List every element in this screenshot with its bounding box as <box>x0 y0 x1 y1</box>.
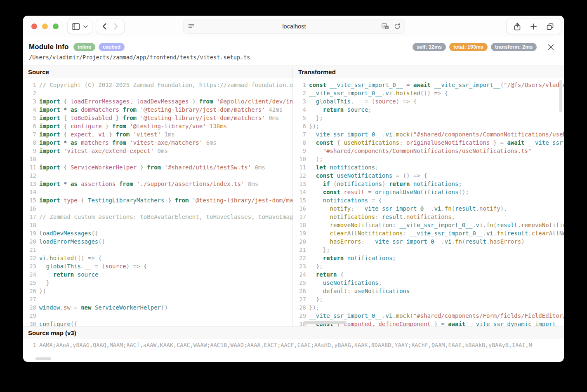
status-badge: total: 193ms <box>449 43 488 51</box>
code-line: 16 notify: __vite_ssr_import_0__.vi.fn(r… <box>293 204 564 213</box>
line-number: 21 <box>293 246 306 254</box>
code-line: 9 "#shared/components/CommonNotification… <box>293 147 564 155</box>
line-number: 16 <box>23 204 36 213</box>
line-number: 8 <box>293 138 306 147</box>
code-line: 24 return source <box>23 270 292 279</box>
line-number: 2 <box>293 89 306 97</box>
code-line: 30configure({ <box>23 320 292 326</box>
code-line: 27 }; <box>293 295 564 303</box>
close-panel-button[interactable] <box>547 43 555 51</box>
line-number: 10 <box>293 155 306 163</box>
line-number: 28 <box>23 303 36 312</box>
line-number: 25 <box>23 279 36 287</box>
line-number: 3 <box>23 97 36 106</box>
minimize-window-button[interactable] <box>42 23 48 29</box>
code-line: 7import { expect, vi } from 'vitest' 1ms <box>23 130 292 138</box>
line-number: 13 <box>293 180 306 188</box>
line-number: 26 <box>293 287 306 295</box>
code-line: 5import { toBeDisabled } from '@testing-… <box>23 114 292 122</box>
source-panel-title: Source <box>23 66 293 78</box>
code-line: 19 clearAllNotifications: __vite_ssr_imp… <box>293 229 564 237</box>
back-button[interactable] <box>99 21 110 32</box>
code-line: 28window.sw = new ServiceWorkerHelper() <box>23 303 292 312</box>
code-line: 12 const useNotifications = () => { <box>293 171 564 180</box>
code-line: 22vi.hoisted(() => { <box>23 254 292 262</box>
code-line: 18 <box>23 221 292 229</box>
code-line: 2__vite_ssr_import_0__.vi.hoisted(() => … <box>293 89 564 97</box>
line-number: 4 <box>23 106 36 114</box>
code-line: 4import * as domMatchers from '@testing-… <box>23 106 292 114</box>
traffic-lights <box>31 23 59 29</box>
line-number: 17 <box>23 213 36 221</box>
chevron-down-icon[interactable] <box>83 25 88 28</box>
line-number: 17 <box>293 213 306 221</box>
code-line: 24 return { <box>293 270 564 279</box>
code-line: 4 return source; <box>293 106 564 114</box>
code-line: 26}) <box>23 287 292 295</box>
line-number: 29 <box>293 312 306 320</box>
code-line: 3 globalThis.__ = (source) => { <box>293 97 564 106</box>
sourcemap-line: 1AAMA;AAeA,yBAAG,QAAQ,MAAM;AACf,aAAW,KAA… <box>23 339 564 351</box>
line-number: 23 <box>23 262 36 270</box>
code-area: 1// Copyright (C) 2012-2025 Zammad Found… <box>23 78 564 326</box>
line-number: 7 <box>23 130 36 138</box>
code-line: 29 <box>23 312 292 320</box>
code-line: 13 if (notifications) return notificatio… <box>293 180 564 188</box>
code-line: 5 }; <box>293 114 564 122</box>
code-line: 26 default: useNotifications <box>293 287 564 295</box>
code-line: 11import { ServiceWorkerHelper } from '#… <box>23 163 292 171</box>
code-line: 15 notifications = { <box>293 196 564 204</box>
line-number: 18 <box>23 221 36 229</box>
address-bar[interactable]: localhost A a <box>183 19 405 34</box>
new-tab-icon[interactable] <box>530 23 537 30</box>
line-number: 11 <box>23 163 36 171</box>
horizontal-scrollbar-transformed[interactable] <box>303 321 347 324</box>
code-line: 8 const { useNotifications: originalUseN… <box>293 138 564 147</box>
code-line: 13import * as assertions from './support… <box>23 180 292 188</box>
zoom-window-button[interactable] <box>53 23 59 29</box>
code-line: 21 <box>23 246 292 254</box>
module-badges: inlinecached <box>73 43 125 51</box>
tab-overview-icon[interactable] <box>547 23 554 30</box>
line-number: 12 <box>23 171 36 180</box>
browser-window: localhost A a <box>23 16 564 362</box>
code-line: 17// Zammad custom assertions: toBeAvata… <box>23 213 292 221</box>
code-line: 25 useNotifications, <box>293 279 564 287</box>
line-number: 22 <box>293 254 306 262</box>
translate-icon[interactable]: A a <box>382 23 389 30</box>
horizontal-scrollbar-sourcemap[interactable] <box>35 357 51 360</box>
status-badge: cached <box>99 43 125 51</box>
forward-button[interactable] <box>110 21 122 32</box>
status-badge: transform: 2ms <box>491 43 537 51</box>
code-line: 17 notifications: result.notifications, <box>293 213 564 221</box>
code-line: 7__vite_ssr_import_0__.vi.mock("#shared/… <box>293 130 564 138</box>
code-line: 25 } <box>23 279 292 287</box>
nav-controls <box>96 19 124 34</box>
line-number: 30 <box>23 320 36 326</box>
line-number: 28 <box>293 303 306 312</box>
source-code-pane[interactable]: 1// Copyright (C) 2012-2025 Zammad Found… <box>23 78 293 326</box>
close-window-button[interactable] <box>31 23 37 29</box>
sourcemap-mappings: AAMA;AAeA,yBAAG,QAAQ,MAAM;AACf,aAAW,KAAK… <box>39 342 532 348</box>
code-line: 15import type { TestingLibraryMatchers }… <box>23 196 292 204</box>
line-number: 18 <box>293 221 306 229</box>
line-number: 8 <box>23 138 36 147</box>
code-line: 3import { loadErrorMessages, loadDevMess… <box>23 97 292 106</box>
line-number: 6 <box>293 122 306 130</box>
transformed-panel-title: Transformed <box>293 66 564 78</box>
reload-icon[interactable] <box>394 23 401 30</box>
sidebar-toggle-icon[interactable] <box>72 23 80 30</box>
code-line: 6}); <box>293 122 564 130</box>
panel-headers: Source Transformed <box>23 66 564 78</box>
code-line: 21 }; <box>293 246 564 254</box>
line-number: 25 <box>293 279 306 287</box>
code-line: 23 }; <box>293 262 564 270</box>
module-info-header: Module Info inlinecached self: 12mstotal… <box>23 37 564 61</box>
line-number: 5 <box>293 114 306 122</box>
share-icon[interactable] <box>514 23 521 31</box>
vertical-scrollbar[interactable] <box>559 80 562 112</box>
line-number: 19 <box>293 229 306 237</box>
line-number: 29 <box>23 312 36 320</box>
transformed-code-pane[interactable]: 1const __vite_ssr_import_0__ = await __v… <box>293 78 564 326</box>
line-number: 1 <box>23 81 36 89</box>
